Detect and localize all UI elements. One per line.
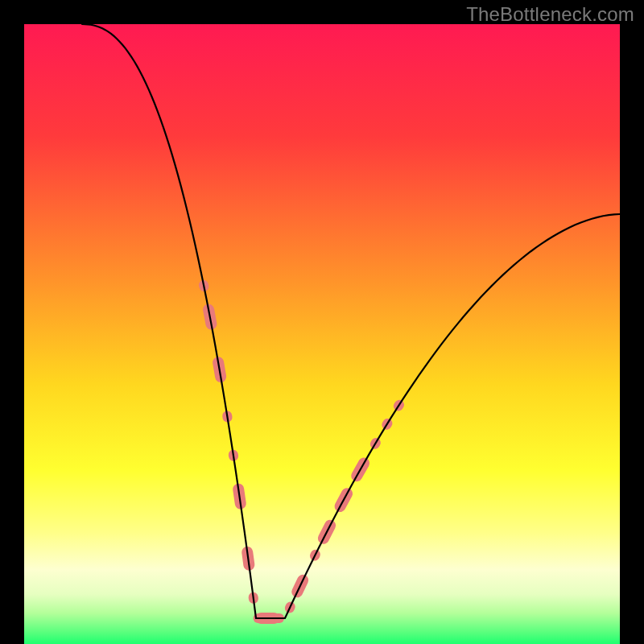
chart-svg — [24, 24, 620, 644]
gradient-background — [24, 24, 620, 644]
bottleneck-chart — [24, 24, 620, 644]
watermark-text: TheBottleneck.com — [466, 3, 634, 26]
